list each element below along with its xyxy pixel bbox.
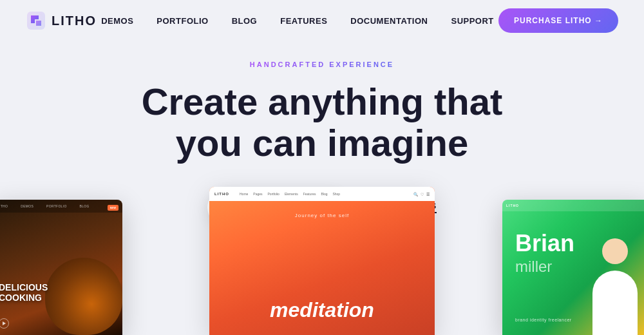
cooking-title-text: DELICIOUS	[0, 282, 48, 292]
person-body	[592, 271, 638, 335]
play-triangle	[233, 204, 239, 211]
nav-documentation[interactable]: DOCUMENTATION	[350, 16, 428, 26]
navbar: LITHO DEMOS PORTFOLIO BLOG FEATURES DOCU…	[0, 0, 644, 41]
nav-blog[interactable]: BLOG	[232, 16, 258, 26]
check-demos-link[interactable]: CHECK DEMOS	[367, 201, 437, 213]
brian-tagline: brand identity freelancer	[515, 318, 572, 322]
nav-features[interactable]: FEATURES	[280, 16, 327, 26]
nav-links: DEMOS PORTFOLIO BLOG FEATURES DOCUMENTAT…	[101, 16, 494, 26]
hero-buttons: EXPLORE LITHO CHECK DEMOS	[207, 189, 437, 225]
logo[interactable]: LITHO	[26, 10, 97, 31]
burger-image	[45, 258, 122, 335]
hero-tagline: HANDCRAFTED EXPERIENCE	[250, 61, 394, 68]
purchase-button[interactable]: PURCHASE LITHO →	[498, 8, 618, 33]
brand-name: LITHO	[52, 14, 97, 28]
svg-rect-2	[36, 21, 41, 26]
play-icon	[228, 200, 243, 215]
explore-button[interactable]: EXPLORE LITHO	[207, 189, 348, 225]
nav-support[interactable]: SUPPORT	[451, 16, 493, 26]
preview-left-icon	[0, 318, 9, 329]
brian-last-name: miller	[515, 258, 552, 276]
cooking-subtitle: COOKING	[0, 292, 42, 303]
nav-portfolio[interactable]: PORTFOLIO	[156, 16, 208, 26]
hero-title: Create anything that you can imagine	[142, 81, 503, 164]
hero-title-line2: you can imagine	[176, 122, 468, 164]
cooking-title: DELICIOUS COOKING	[0, 283, 48, 303]
logo-icon	[26, 10, 46, 31]
nav-demos[interactable]: DEMOS	[101, 16, 133, 26]
meditation-title: meditation	[270, 298, 374, 322]
hero-title-line1: Create anything that	[142, 81, 503, 122]
hero-section: HANDCRAFTED EXPERIENCE Create anything t…	[0, 41, 644, 251]
explore-label: EXPLORE LITHO	[251, 202, 327, 212]
svg-marker-3	[3, 321, 6, 325]
